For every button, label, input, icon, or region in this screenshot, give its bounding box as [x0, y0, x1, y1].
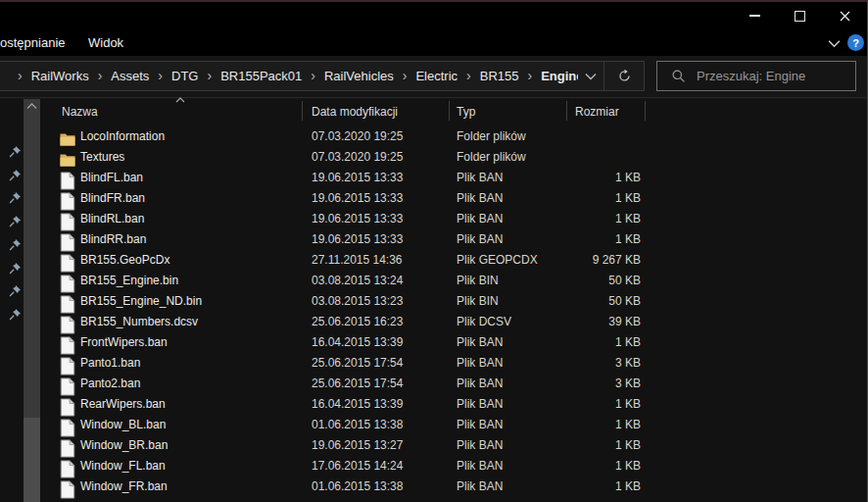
file-row[interactable]: LocoInformation 07.03.2020 19:25 Folder … — [0, 126, 868, 147]
refresh-button[interactable] — [604, 62, 644, 90]
breadcrumb-separator-icon: › — [461, 68, 476, 85]
address-bar[interactable]: ›RailWorks›Assets›DTG›BR155Pack01›RailVe… — [0, 61, 645, 91]
file-row[interactable]: RearWipers.ban 16.04.2015 13:39 Plik BAN… — [0, 394, 868, 415]
file-type: Plik GEOPCDX — [457, 250, 538, 271]
file-row[interactable]: BR155_Engine_ND.bin 03.08.2015 13:23 Pli… — [0, 291, 868, 312]
file-type: Plik DCSV — [457, 312, 511, 332]
breadcrumb-separator-icon: › — [306, 68, 320, 85]
file-row[interactable]: Window_BR.ban 19.06.2015 13:27 Plik BAN … — [0, 435, 868, 456]
file-name: BlindRL.ban — [80, 209, 144, 229]
file-date: 17.06.2015 14:24 — [312, 456, 403, 477]
column-resize-handle[interactable] — [449, 101, 450, 121]
file-date: 16.04.2015 13:39 — [312, 394, 403, 415]
close-button[interactable] — [822, 2, 867, 29]
help-button[interactable]: ? — [847, 34, 864, 51]
breadcrumb-separator-icon: › — [93, 68, 108, 85]
file-name: BlindFL.ban — [80, 168, 143, 188]
refresh-icon — [617, 69, 632, 83]
file-date: 19.06.2015 13:33 — [312, 188, 403, 209]
file-type: Plik BAN — [457, 394, 503, 415]
file-row[interactable]: Panto2.ban 25.06.2015 17:54 Plik BAN 3 K… — [0, 374, 868, 394]
file-date: 01.06.2015 13:38 — [312, 477, 403, 497]
search-box[interactable] — [656, 61, 856, 91]
file-date: 19.06.2015 13:33 — [312, 229, 403, 250]
sort-ascending-icon — [174, 96, 186, 104]
file-row[interactable]: BR155_Engine.bin 03.08.2015 13:24 Plik B… — [0, 271, 868, 291]
maximize-button[interactable] — [777, 2, 822, 29]
file-date: 03.08.2015 13:24 — [312, 271, 403, 291]
breadcrumb-item[interactable]: BR155Pack01 — [217, 69, 306, 83]
file-size: 1 KB — [563, 209, 641, 229]
breadcrumb-separator-icon: › — [398, 68, 412, 85]
file-date: 25.06.2015 17:54 — [312, 353, 403, 374]
file-date: 07.03.2020 19:25 — [312, 147, 403, 168]
file-row[interactable]: BlindRL.ban 19.06.2015 13:33 Plik BAN 1 … — [0, 209, 868, 229]
file-row[interactable]: FrontWipers.ban 16.04.2015 13:39 Plik BA… — [0, 332, 868, 353]
file-size: 1 KB — [563, 477, 641, 497]
titlebar[interactable] — [0, 2, 867, 29]
breadcrumb-item[interactable]: Engine — [537, 69, 578, 83]
file-row[interactable]: Panto1.ban 25.06.2015 17:54 Plik BAN 3 K… — [0, 353, 868, 374]
breadcrumb-item[interactable]: BR155 — [476, 69, 523, 83]
file-size: 1 KB — [563, 332, 641, 353]
file-size: 50 KB — [563, 291, 641, 312]
file-name: BR155_Engine.bin — [80, 271, 178, 291]
breadcrumb-item[interactable]: Assets — [107, 69, 153, 83]
address-dropdown-button[interactable] — [578, 62, 603, 90]
file-name: Panto2.ban — [80, 374, 140, 394]
file-row[interactable]: BlindFL.ban 19.06.2015 13:33 Plik BAN 1 … — [0, 168, 868, 188]
breadcrumb-item[interactable]: RailVehicles — [320, 69, 398, 83]
file-size: 3 KB — [563, 374, 641, 394]
file-date: 25.06.2015 17:54 — [312, 374, 403, 394]
file-row[interactable]: Window_BL.ban 01.06.2015 13:38 Plik BAN … — [0, 415, 868, 435]
column-header-size[interactable]: Rozmiar — [575, 99, 619, 123]
column-header-row: Nazwa Data modyfikacji Typ Rozmiar — [49, 99, 868, 123]
file-row[interactable]: BR155_Numbers.dcsv 25.06.2015 16:23 Plik… — [0, 312, 868, 332]
tab-share[interactable]: ostępnianie — [0, 29, 66, 56]
file-row[interactable]: Window_FR.ban 01.06.2015 13:38 Plik BAN … — [0, 477, 868, 497]
file-row[interactable]: Textures 07.03.2020 19:25 Folder plików — [0, 147, 868, 168]
file-name: RearWipers.ban — [80, 394, 166, 415]
file-name: BR155.GeoPcDx — [80, 250, 169, 271]
breadcrumb-item[interactable]: Electric — [411, 69, 461, 83]
file-size — [563, 147, 641, 168]
file-name: BlindFR.ban — [80, 188, 145, 209]
breadcrumb-item[interactable]: RailWorks — [27, 69, 93, 83]
file-type: Plik BAN — [457, 229, 503, 250]
file-type: Plik BAN — [457, 435, 503, 456]
file-name: BR155_Numbers.dcsv — [80, 312, 198, 332]
minimize-button[interactable] — [732, 2, 777, 29]
file-size: 39 KB — [563, 312, 641, 332]
file-row[interactable]: BlindRR.ban 19.06.2015 13:33 Plik BAN 1 … — [0, 229, 868, 250]
file-name: BR155_Engine_ND.bin — [80, 291, 202, 312]
file-name: Window_BR.ban — [80, 435, 168, 456]
file-date: 19.06.2015 13:33 — [312, 168, 403, 188]
file-type: Plik BAN — [457, 374, 503, 394]
scrollbar-up-button[interactable] — [24, 99, 40, 114]
file-row[interactable]: BR155.GeoPcDx 27.11.2015 14:36 Plik GEOP… — [0, 250, 868, 271]
file-date: 19.06.2015 13:33 — [312, 209, 403, 229]
file-row[interactable]: BlindFR.ban 19.06.2015 13:33 Plik BAN 1 … — [0, 188, 868, 209]
file-row[interactable]: Window_FL.ban 17.06.2015 14:24 Plik BAN … — [0, 456, 868, 477]
column-resize-handle[interactable] — [645, 101, 646, 121]
column-header-type[interactable]: Typ — [457, 99, 475, 123]
breadcrumb-separator-icon: › — [523, 68, 538, 85]
search-input[interactable] — [695, 68, 855, 84]
file-date: 19.06.2015 13:27 — [312, 435, 403, 456]
breadcrumb: ›RailWorks›Assets›DTG›BR155Pack01›RailVe… — [0, 62, 578, 90]
breadcrumb-item[interactable]: DTG — [168, 69, 202, 83]
file-icon — [60, 479, 75, 500]
ribbon-tab-row: ostępnianie Widok ? — [0, 29, 867, 56]
file-date: 27.11.2015 14:36 — [312, 250, 403, 271]
tab-view[interactable]: Widok — [88, 29, 123, 56]
column-resize-handle[interactable] — [566, 101, 567, 121]
file-size: 1 KB — [563, 188, 641, 209]
column-header-date[interactable]: Data modyfikacji — [312, 99, 398, 123]
file-name: BlindRR.ban — [80, 229, 146, 250]
ribbon-collapse-button[interactable] — [828, 36, 842, 50]
column-resize-handle[interactable] — [302, 101, 303, 121]
minimize-icon — [749, 15, 760, 17]
column-header-name[interactable]: Nazwa — [62, 99, 98, 123]
content-area: Nazwa Data modyfikacji Typ Rozmiar LocoI… — [0, 99, 867, 502]
file-type: Plik BAN — [457, 477, 503, 497]
